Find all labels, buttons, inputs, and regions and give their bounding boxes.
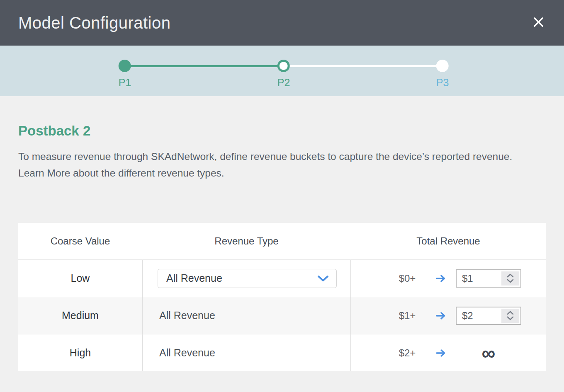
stepper-track-upcoming [284, 65, 442, 67]
modal-body: Postback 2 To measure revenue through SK… [0, 96, 564, 371]
step-label: P1 [119, 77, 131, 89]
stepper-down-icon[interactable] [507, 279, 514, 283]
stepper-up-icon[interactable] [507, 273, 514, 278]
revenue-from-label: $2+ [394, 347, 420, 359]
infinity-icon: ∞ [482, 344, 496, 363]
number-stepper[interactable] [501, 309, 519, 323]
close-button[interactable] [529, 14, 547, 32]
step-label: P3 [436, 77, 449, 89]
stepper-up-icon[interactable] [507, 311, 514, 315]
revenue-type-text: All Revenue [159, 347, 215, 359]
revenue-to-input[interactable] [457, 273, 495, 284]
step-dot-current [277, 60, 290, 72]
total-revenue-cell: $0+ [351, 260, 546, 297]
table-row-low: Low All Revenue $0+ [18, 259, 546, 297]
revenue-type-cell: All Revenue [142, 260, 351, 297]
progress-stepper: P1 P2 P3 [0, 46, 564, 96]
close-icon [533, 17, 544, 29]
revenue-type-selected-value: All Revenue [166, 272, 222, 284]
table-header-row: Coarse Value Revenue Type Total Revenue [18, 223, 546, 259]
step-dot-complete [119, 60, 131, 72]
revenue-from-label: $1+ [394, 310, 420, 322]
number-stepper[interactable] [501, 271, 519, 286]
step-label: P2 [277, 77, 290, 89]
modal-header: Model Configuration [0, 0, 564, 46]
chevron-down-icon [317, 272, 329, 284]
revenue-type-text: All Revenue [159, 310, 215, 322]
revenue-type-cell: All Revenue [142, 334, 351, 371]
stepper-down-icon[interactable] [507, 316, 514, 320]
revenue-to-input-box [456, 269, 521, 288]
right-arrow-icon [436, 312, 447, 320]
modal-title: Model Configuration [18, 14, 171, 32]
coarse-value-label: Low [18, 260, 142, 297]
coarse-value-label: High [18, 334, 142, 371]
table-row-high: High All Revenue $2+ ∞ [18, 334, 546, 371]
revenue-buckets-table: Coarse Value Revenue Type Total Revenue … [18, 223, 546, 371]
coarse-value-label: Medium [18, 297, 142, 334]
column-header-coarse-value: Coarse Value [18, 223, 142, 259]
total-revenue-cell: $2+ ∞ [351, 334, 546, 371]
stepper-step-p2[interactable]: P2 [277, 60, 290, 89]
stepper-step-p1[interactable]: P1 [119, 60, 131, 89]
column-header-total-revenue: Total Revenue [351, 223, 546, 259]
right-arrow-icon [436, 274, 447, 283]
table-row-medium: Medium All Revenue $1+ [18, 297, 546, 334]
revenue-type-select[interactable]: All Revenue [158, 269, 337, 288]
stepper-track-complete [125, 65, 284, 67]
total-revenue-cell: $1+ [351, 297, 546, 334]
revenue-to-input[interactable] [457, 310, 495, 322]
stepper-step-p3[interactable]: P3 [436, 60, 449, 89]
right-arrow-icon [436, 349, 447, 357]
step-dot-upcoming [436, 60, 449, 72]
revenue-type-cell: All Revenue [142, 297, 351, 334]
column-header-revenue-type: Revenue Type [142, 223, 351, 259]
page-title: Postback 2 [18, 96, 546, 139]
revenue-to-input-box [456, 307, 521, 325]
page-description: To measure revenue through SKAdNetwork, … [18, 148, 528, 181]
revenue-from-label: $0+ [394, 273, 420, 284]
model-configuration-modal: Model Configuration P1 P2 P3 Pos [0, 0, 564, 371]
